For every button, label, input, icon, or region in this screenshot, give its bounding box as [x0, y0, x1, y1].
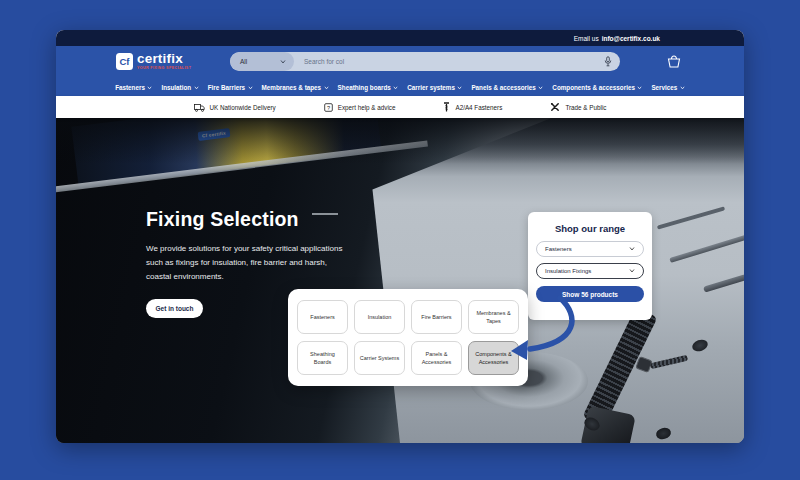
nav-item-fire-barriers[interactable]: Fire Barriers	[208, 84, 253, 91]
feature-delivery: UK Nationwide Delivery	[194, 103, 276, 112]
nav-item-sheathing-boards[interactable]: Sheathing boards	[338, 84, 399, 91]
nav-item-carrier-systems[interactable]: Carrier systems	[407, 84, 462, 91]
nav-item-services[interactable]: Services	[651, 84, 684, 91]
category-popup: Fasteners Insulation Fire Barriers Membr…	[288, 289, 528, 386]
main-nav: Fasteners Insulation Fire Barriers Membr…	[56, 78, 744, 96]
truck-icon	[194, 103, 205, 112]
category-fasteners[interactable]: Fasteners	[297, 300, 348, 334]
category-carrier-systems[interactable]: Carrier Systems	[354, 341, 405, 375]
nav-item-insulation[interactable]: Insulation	[161, 84, 198, 91]
email-address: info@certifix.co.uk	[602, 35, 660, 42]
shop-range-title: Shop our range	[536, 223, 644, 234]
search-category-dropdown[interactable]: All	[230, 52, 294, 71]
hero-description: We provide solutions for your safety cri…	[146, 242, 342, 284]
category-components-accessories[interactable]: Components & Accessories	[468, 341, 519, 375]
nav-item-panels-accessories[interactable]: Panels & accessories	[471, 84, 543, 91]
hero-section: Cf certifix Fixing Selection We provide …	[56, 118, 744, 443]
chevron-down-icon	[324, 86, 329, 90]
insulation-fixings-dropdown[interactable]: Insulation Fixings	[536, 263, 644, 279]
tools-icon	[550, 102, 560, 112]
search-input[interactable]	[294, 58, 604, 65]
shop-range-card: Shop our range Fasteners Insulation Fixi…	[528, 212, 652, 320]
search-category-value: All	[240, 58, 247, 65]
category-panels-accessories[interactable]: Panels & Accessories	[411, 341, 462, 375]
screw-icon	[443, 102, 450, 113]
browser-window: Email usinfo@certifix.co.uk Cf certifix …	[56, 30, 744, 443]
topbar: Email usinfo@certifix.co.uk	[56, 30, 744, 46]
svg-text:?: ?	[327, 104, 330, 110]
logo-monogram-icon: Cf	[116, 53, 133, 70]
fasteners-dropdown[interactable]: Fasteners	[536, 241, 644, 257]
category-fire-barriers[interactable]: Fire Barriers	[411, 300, 462, 334]
logo-name: certifix	[137, 52, 191, 66]
chevron-down-icon	[248, 86, 253, 90]
header: Cf certifix YOUR FIXING SPECIALIST All	[56, 46, 744, 78]
get-in-touch-button[interactable]: Get in touch	[146, 299, 203, 318]
category-membranes-tapes[interactable]: Membranes & Tapes	[468, 300, 519, 334]
category-insulation[interactable]: Insulation	[354, 300, 405, 334]
feature-trade-public: Trade & Public	[550, 102, 606, 112]
show-products-button[interactable]: Show 56 products	[536, 286, 644, 302]
chevron-down-icon	[680, 86, 685, 90]
category-sheathing-boards[interactable]: Sheathing Boards	[297, 341, 348, 375]
email-label: Email us	[574, 35, 599, 42]
chevron-down-icon	[457, 86, 462, 90]
basket-icon[interactable]	[666, 54, 682, 69]
chevron-down-icon	[538, 86, 543, 90]
nav-item-membranes-tapes[interactable]: Membranes & tapes	[262, 84, 329, 91]
chevron-down-icon	[629, 247, 635, 251]
chevron-down-icon	[194, 86, 199, 90]
hero-top-shade	[56, 118, 744, 164]
feature-bar: UK Nationwide Delivery ? Expert help & a…	[56, 96, 744, 118]
chevron-down-icon	[637, 86, 642, 90]
chevron-down-icon	[147, 86, 152, 90]
title-dash-decoration	[312, 213, 338, 215]
feature-expert-help: ? Expert help & advice	[324, 103, 396, 112]
logo-tagline: YOUR FIXING SPECIALIST	[137, 67, 191, 71]
nav-item-components-accessories[interactable]: Components & accessories	[552, 84, 642, 91]
search-bar: All	[230, 52, 620, 71]
email-link[interactable]: Email usinfo@certifix.co.uk	[574, 35, 660, 42]
microphone-icon[interactable]	[604, 56, 612, 67]
logo[interactable]: Cf certifix YOUR FIXING SPECIALIST	[116, 52, 191, 70]
chevron-down-icon	[393, 86, 398, 90]
chevron-down-icon	[629, 269, 635, 273]
chevron-down-icon	[280, 60, 286, 64]
feature-fasteners: A2/A4 Fasteners	[443, 102, 502, 113]
nav-item-fasteners[interactable]: Fasteners	[115, 84, 152, 91]
help-icon: ?	[324, 103, 333, 112]
page-title: Fixing Selection	[146, 208, 299, 231]
